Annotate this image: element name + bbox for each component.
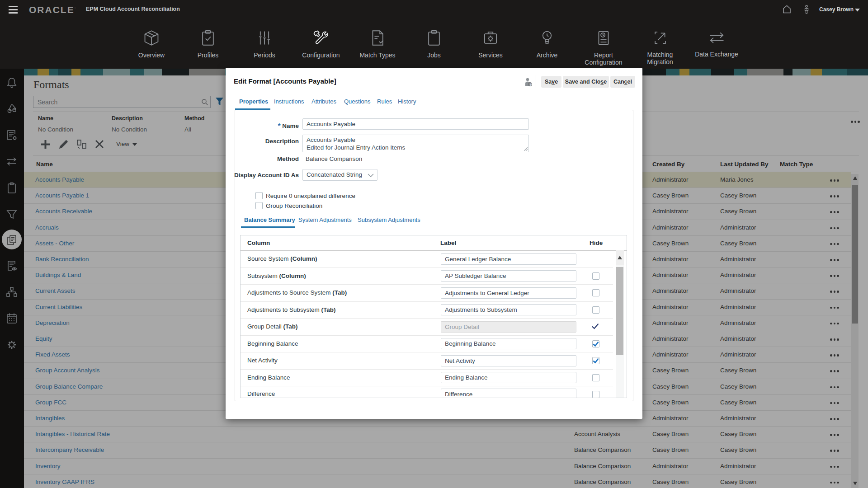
svg-text:?: ? (529, 83, 531, 86)
